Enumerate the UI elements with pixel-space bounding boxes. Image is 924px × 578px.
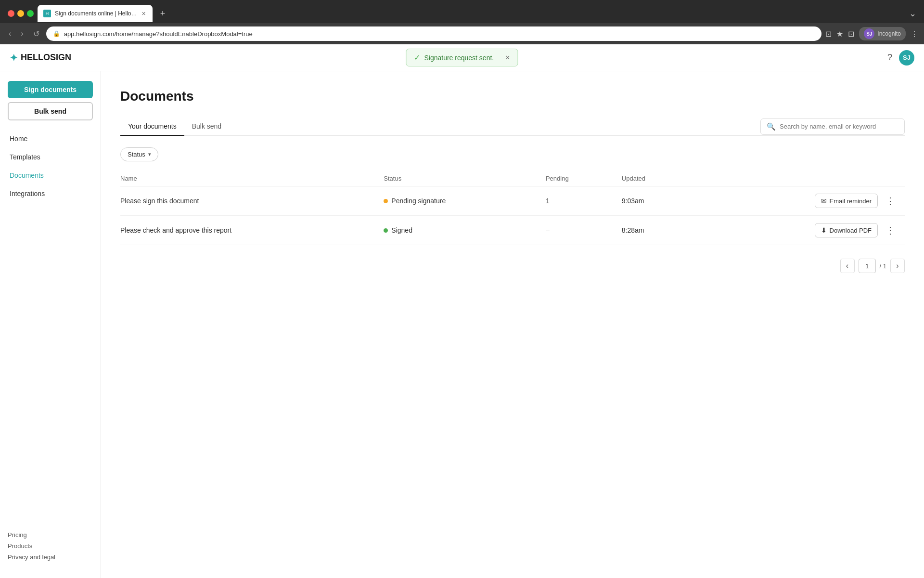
close-traffic-light[interactable] xyxy=(8,10,14,17)
doc-actions-1: ✉ Email reminder ⋮ xyxy=(693,186,905,216)
back-button[interactable]: ‹ xyxy=(6,27,14,40)
table-header: Name Status Pending Updated xyxy=(120,171,905,186)
address-bar[interactable]: 🔒 app.hellosign.com/home/manage?shouldEn… xyxy=(46,26,822,41)
email-reminder-label: Email reminder xyxy=(830,197,872,205)
status-text-2: Signed xyxy=(391,226,412,234)
sidebar-item-documents-label: Documents xyxy=(10,171,44,179)
logo: ✦ HELLOSIGN xyxy=(10,52,71,64)
browser-actions: ⊡ ★ ⊡ SJ Incognito ⋮ xyxy=(825,27,918,40)
traffic-lights xyxy=(8,10,34,17)
search-box[interactable]: 🔍 xyxy=(760,118,905,135)
tab-bar: H Sign documents online | Hello… × + ⌄ xyxy=(0,0,924,23)
chevron-down-icon: ▾ xyxy=(148,151,151,158)
sidebar-top: Sign documents Bulk send xyxy=(0,81,101,120)
profile-icon[interactable]: ⊡ xyxy=(848,29,854,39)
lock-icon: 🔒 xyxy=(53,30,60,37)
url-text: app.hellosign.com/home/manage?shouldEnab… xyxy=(64,30,253,38)
doc-name-2: Please check and approve this report xyxy=(120,216,378,245)
logo-text: HELLOSIGN xyxy=(21,53,71,63)
status-dot-pending-1 xyxy=(384,199,388,203)
refresh-button[interactable]: ↺ xyxy=(30,27,42,40)
pagination: ‹ 1 / 1 › xyxy=(120,259,905,273)
doc-pending-2: – xyxy=(540,216,616,245)
browser-frame: H Sign documents online | Hello… × + ⌄ ‹… xyxy=(0,0,924,44)
sidebar-item-templates[interactable]: Templates xyxy=(4,148,97,166)
more-options-button-2[interactable]: ⋮ xyxy=(882,223,899,238)
user-avatar[interactable]: SJ xyxy=(899,50,914,66)
table-row: Please check and approve this report Sig… xyxy=(120,216,905,245)
bulk-send-button[interactable]: Bulk send xyxy=(8,102,93,120)
col-header-status: Status xyxy=(378,171,540,186)
email-reminder-button[interactable]: ✉ Email reminder xyxy=(815,194,878,208)
col-header-updated: Updated xyxy=(616,171,693,186)
tab-close-button[interactable]: × xyxy=(141,9,147,18)
sidebar-item-integrations[interactable]: Integrations xyxy=(4,185,97,202)
app-header: ✦ HELLOSIGN ✓ Signature request sent. × … xyxy=(0,44,924,71)
browser-tab-active[interactable]: H Sign documents online | Hello… × xyxy=(38,5,153,22)
bookmark-icon[interactable]: ★ xyxy=(836,29,843,39)
sign-documents-button[interactable]: Sign documents xyxy=(8,81,93,98)
maximize-traffic-light[interactable] xyxy=(27,10,34,17)
tab-bulk-send[interactable]: Bulk send xyxy=(184,118,229,136)
notification-text: Signature request sent. xyxy=(424,54,494,62)
more-browser-button[interactable]: ⋮ xyxy=(911,29,918,39)
tab-your-documents[interactable]: Your documents xyxy=(120,118,184,136)
sidebar-item-home[interactable]: Home xyxy=(4,130,97,147)
doc-pending-1: 1 xyxy=(540,186,616,216)
content-area: Documents Your documents Bulk send 🔍 xyxy=(101,71,924,578)
incognito-initials: SJ xyxy=(866,31,872,37)
doc-status-2: Signed xyxy=(378,216,540,245)
status-text-1: Pending signature xyxy=(391,197,446,205)
total-pages: / 1 xyxy=(880,263,886,270)
sidebar-footer: Pricing Products Privacy and legal xyxy=(0,524,101,568)
footer-products[interactable]: Products xyxy=(8,542,93,550)
new-tab-button[interactable]: + xyxy=(156,7,169,21)
doc-status-1: Pending signature xyxy=(378,186,540,216)
more-options-button-1[interactable]: ⋮ xyxy=(882,193,899,209)
notification-banner: ✓ Signature request sent. × xyxy=(406,49,518,66)
tab-your-documents-label: Your documents xyxy=(128,122,177,130)
documents-table: Name Status Pending Updated Please sign … xyxy=(120,171,905,245)
incognito-label: Incognito xyxy=(877,30,901,37)
minimize-traffic-light[interactable] xyxy=(17,10,24,17)
tab-title: Sign documents online | Hello… xyxy=(55,10,137,17)
incognito-button[interactable]: SJ Incognito xyxy=(859,27,906,40)
search-icon: 🔍 xyxy=(767,122,776,131)
table-row: Please sign this document Pending signat… xyxy=(120,186,905,216)
tab-list-button[interactable]: ⌄ xyxy=(909,8,924,19)
logo-icon: ✦ xyxy=(10,52,18,64)
sidebar-item-documents[interactable]: Documents xyxy=(4,167,97,184)
status-dot-signed-2 xyxy=(384,228,388,233)
status-filter-button[interactable]: Status ▾ xyxy=(120,147,158,161)
sidebar-item-home-label: Home xyxy=(10,135,27,143)
download-pdf-label: Download PDF xyxy=(830,227,872,234)
forward-button[interactable]: › xyxy=(18,27,26,40)
tabs-row: Your documents Bulk send 🔍 xyxy=(120,118,905,136)
sidebar: Sign documents Bulk send Home Templates … xyxy=(0,71,101,578)
footer-pricing[interactable]: Pricing xyxy=(8,531,93,539)
notification-close-button[interactable]: × xyxy=(505,53,510,62)
col-header-name: Name xyxy=(120,171,378,186)
email-icon: ✉ xyxy=(821,197,827,205)
sidebar-nav: Home Templates Documents Integrations xyxy=(0,130,101,202)
header-right: ? SJ xyxy=(887,50,914,66)
cast-icon[interactable]: ⊡ xyxy=(825,29,832,39)
tab-bulk-send-label: Bulk send xyxy=(192,122,221,130)
help-icon[interactable]: ? xyxy=(887,53,892,63)
main-layout: Sign documents Bulk send Home Templates … xyxy=(0,71,924,578)
search-input[interactable] xyxy=(780,123,898,130)
doc-updated-1: 9:03am xyxy=(616,186,693,216)
current-page[interactable]: 1 xyxy=(859,259,876,273)
footer-privacy[interactable]: Privacy and legal xyxy=(8,553,93,561)
doc-actions-2: ⬇ Download PDF ⋮ xyxy=(693,216,905,245)
download-icon: ⬇ xyxy=(821,226,827,234)
sidebar-item-templates-label: Templates xyxy=(10,153,40,161)
col-header-pending: Pending xyxy=(540,171,616,186)
download-pdf-button[interactable]: ⬇ Download PDF xyxy=(815,223,878,237)
col-header-actions xyxy=(693,171,905,186)
tab-favicon: H xyxy=(43,10,51,17)
next-page-button[interactable]: › xyxy=(890,259,905,273)
notification-check-icon: ✓ xyxy=(414,53,420,62)
incognito-avatar: SJ xyxy=(864,28,874,39)
prev-page-button[interactable]: ‹ xyxy=(840,259,855,273)
